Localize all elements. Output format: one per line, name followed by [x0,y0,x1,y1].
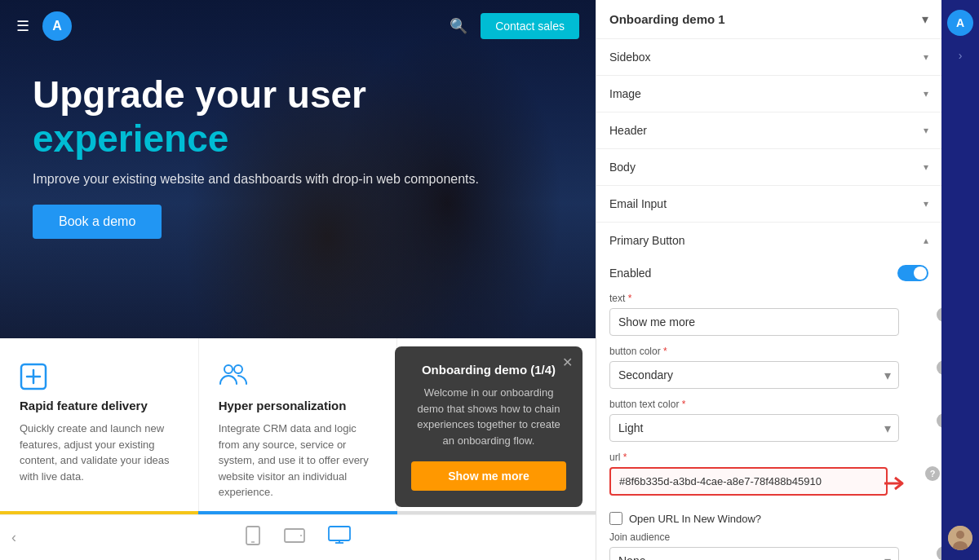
section-primary-button-label: Primary Button [609,234,685,247]
url-field-input[interactable] [609,467,888,496]
config-chevron-icon[interactable]: ▾ [922,11,928,27]
url-field-group: url * ? [609,452,928,496]
section-email-chevron: ▾ [924,198,928,209]
desktop-icon[interactable] [328,526,351,549]
book-demo-button[interactable]: Book a demo [33,205,162,239]
text-field-input[interactable] [609,308,899,336]
section-email-label: Email Input [609,197,667,210]
feature-text-2: Integrate CRM data and logic from any so… [219,421,378,500]
hero-subtitle: Improve your existing website and dashbo… [33,172,490,187]
onboarding-popup: ✕ Onboarding demo (1/4) Welcome in our o… [395,346,583,507]
feature-text-1: Quickly create and launch new features, … [20,421,179,484]
popup-text: Welcome in our onboarding demo that show… [411,385,566,448]
url-field-label: url * [609,452,888,463]
primary-button-content: Enabled text * ? button color * [596,258,941,560]
button-color-select-wrapper: Secondary Primary Danger [609,361,899,389]
config-panel-header: Onboarding demo 1 ▾ [596,0,941,39]
section-sidebox-chevron: ▾ [924,51,928,63]
tablet-portrait-icon[interactable] [245,526,261,549]
button-text-color-select-wrapper: Light Dark [609,414,899,442]
hamburger-icon[interactable]: ☰ [16,17,29,35]
back-arrow[interactable]: ‹ [11,529,16,546]
section-header-label: Header [609,124,647,137]
section-email-input: Email Input ▾ [596,186,941,223]
right-sidebar: A › [941,0,979,560]
nav-left: ☰ A [16,11,72,41]
section-header-chevron: ▾ [924,125,928,136]
right-panel: Onboarding demo 1 ▾ Sidebox ▾ Image ▾ He… [596,0,979,560]
join-audience-help-icon[interactable]: ? [937,546,941,561]
open-new-window-label: Open URL In New Window? [629,513,761,525]
search-icon[interactable]: 🔍 [450,17,467,35]
section-primary-button-header[interactable]: Primary Button ▴ [596,223,941,258]
nav-right: 🔍 Contact sales [450,13,579,39]
section-primary-button: Primary Button ▴ Enabled text * ? [596,223,941,560]
right-sidebar-expand-arrow[interactable]: › [959,49,963,62]
svg-point-3 [224,365,233,373]
logo: A [42,11,72,41]
hero-title-line1: Upgrade your user [33,73,563,117]
open-new-window-row: Open URL In New Window? [609,505,928,531]
button-color-select[interactable]: Secondary Primary Danger [609,361,899,389]
feature-title-2: Hyper personalization [219,399,378,412]
section-image-chevron: ▾ [924,88,928,99]
svg-rect-9 [329,527,350,540]
section-primary-button-chevron: ▴ [924,235,928,246]
svg-point-14 [956,531,964,539]
button-color-field-group: button color * Secondary Primary Danger … [609,346,928,389]
button-color-help-icon[interactable]: ? [937,360,941,375]
contact-sales-button[interactable]: Contact sales [481,13,579,39]
people-icon [219,363,251,387]
config-panel-title: Onboarding demo 1 [609,12,725,26]
popup-title: Onboarding demo (1/4) [411,363,566,377]
feature-title-1: Rapid feature delivery [20,399,179,412]
section-body: Body ▾ [596,149,941,186]
text-field-label: text * [609,293,899,304]
toggle-knob [914,267,927,280]
section-image-header[interactable]: Image ▾ [596,76,941,112]
text-help-icon[interactable]: ? [937,307,941,322]
join-audience-select[interactable]: None [609,547,899,560]
join-audience-field-group: Join audience None ? [609,531,928,560]
hero-section: ☰ A 🔍 Contact sales Upgrade your user ex… [0,0,596,338]
section-header: Header ▾ [596,112,941,149]
section-image: Image ▾ [596,76,941,112]
section-email-header[interactable]: Email Input ▾ [596,186,941,222]
right-sidebar-logo: A [947,10,973,36]
tablet-landscape-icon[interactable] [284,527,305,548]
section-header-header[interactable]: Header ▾ [596,112,941,148]
enabled-toggle[interactable] [897,265,928,281]
section-body-label: Body [609,161,636,174]
button-color-label: button color * [609,346,899,357]
config-panel: Onboarding demo 1 ▾ Sidebox ▾ Image ▾ He… [596,0,941,560]
section-sidebox-label: Sidebox [609,51,651,64]
enabled-row: Enabled [609,258,928,293]
popup-show-more-button[interactable]: Show me more [411,461,566,491]
hero-title-line2: experience [33,117,563,161]
url-field-wrapper [609,467,888,496]
section-sidebox: Sidebox ▾ [596,39,941,76]
red-arrow-icon [884,475,907,492]
bottom-nav: ‹ [0,514,596,560]
section-body-header[interactable]: Body ▾ [596,149,941,185]
plus-square-icon [20,363,52,387]
svg-point-4 [234,365,242,373]
hero-content: Upgrade your user experience Improve you… [0,49,596,263]
open-new-window-checkbox[interactable] [609,512,622,525]
section-sidebox-header[interactable]: Sidebox ▾ [596,39,941,75]
join-audience-select-wrapper: None [609,547,899,560]
button-text-color-select[interactable]: Light Dark [609,414,899,442]
url-help-icon[interactable]: ? [925,466,940,481]
right-sidebar-bottom [948,526,972,550]
left-panel: ☰ A 🔍 Contact sales Upgrade your user ex… [0,0,596,560]
navbar: ☰ A 🔍 Contact sales [0,0,596,52]
button-text-color-label: button text color * [609,399,899,410]
popup-close-button[interactable]: ✕ [562,355,573,370]
text-field-group: text * ? [609,293,928,336]
section-image-label: Image [609,87,641,100]
join-audience-label: Join audience [609,531,899,543]
button-text-color-help-icon[interactable]: ? [937,413,941,428]
user-avatar[interactable] [948,526,972,550]
right-sidebar-top: A › [947,10,973,62]
enabled-label: Enabled [609,267,651,280]
